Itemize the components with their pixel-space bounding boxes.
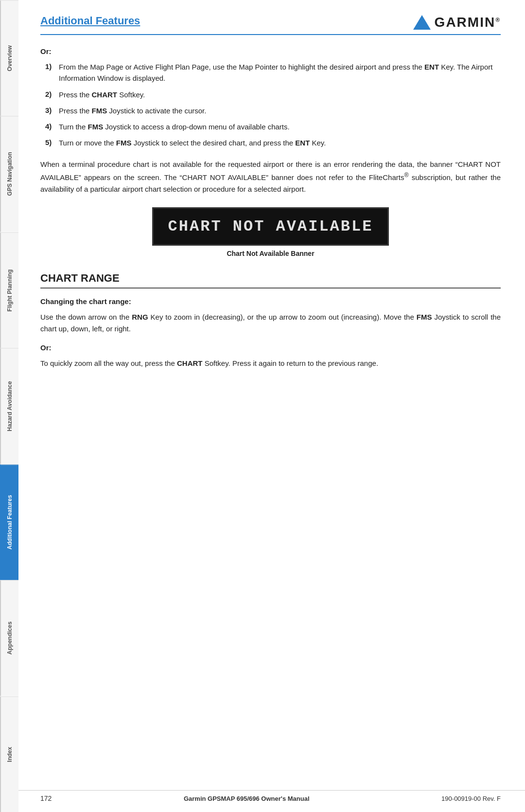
sidebar-item-label: Additional Features (6, 495, 13, 549)
list-text-5: Turn or move the FMS Joystick to select … (59, 137, 501, 148)
list-num-3: 3) (45, 105, 59, 116)
footer-revision: 190-00919-00 Rev. F (441, 795, 501, 802)
list-item: 3) Press the FMS Joystick to activate th… (45, 105, 501, 116)
sidebar-item-additional-features[interactable]: Additional Features (0, 464, 18, 580)
list-item: 2) Press the CHART Softkey. (45, 89, 501, 100)
or-label-2: Or: (40, 343, 501, 352)
zoom-paragraph: To quickly zoom all the way out, press t… (40, 358, 501, 369)
list-num-1: 1) (45, 61, 59, 72)
page-header: Additional Features GARMIN® (40, 15, 501, 35)
sidebar-item-gps-navigation[interactable]: GPS Navigation (0, 116, 18, 232)
list-text-2: Press the CHART Softkey. (59, 89, 501, 100)
garmin-logo-text: GARMIN® (435, 15, 501, 30)
sidebar-item-index[interactable]: Index (0, 696, 18, 812)
page-title: Additional Features (40, 15, 140, 27)
sidebar-item-label: Flight Planning (6, 269, 13, 311)
numbered-list: 1) From the Map Page or Active Flight Pl… (45, 61, 501, 149)
list-item: 4) Turn the FMS Joystick to access a dro… (45, 121, 501, 132)
chart-not-available-banner: CHART NOT AVAILABLE (152, 207, 389, 246)
chart-not-available-paragraph: When a terminal procedure chart is not a… (40, 159, 501, 195)
page-footer: 172 Garmin GPSMAP 695/696 Owner's Manual… (18, 790, 525, 802)
sidebar-item-label: GPS Navigation (6, 152, 13, 196)
page-number: 172 (40, 794, 52, 802)
garmin-triangle-icon (413, 15, 431, 30)
sidebar-item-hazard-avoidance[interactable]: Hazard Avoidance (0, 348, 18, 464)
changing-chart-range-subheading: Changing the chart range: (40, 297, 501, 306)
garmin-logo: GARMIN® (413, 15, 501, 30)
list-text-3: Press the FMS Joystick to activate the c… (59, 105, 501, 116)
list-num-5: 5) (45, 137, 59, 148)
side-tabs: Overview GPS Navigation Flight Planning … (0, 0, 18, 812)
sidebar-item-overview[interactable]: Overview (0, 0, 18, 116)
footer-manual-title: Garmin GPSMAP 695/696 Owner's Manual (184, 795, 310, 802)
main-content: Additional Features GARMIN® Or: 1) From … (18, 0, 525, 778)
list-num-2: 2) (45, 89, 59, 100)
sidebar-item-label: Appendices (6, 622, 13, 655)
list-item: 5) Turn or move the FMS Joystick to sele… (45, 137, 501, 148)
sidebar-item-label: Overview (6, 45, 13, 71)
sidebar-item-label: Index (6, 747, 13, 762)
or-label-1: Or: (40, 47, 501, 55)
chart-range-heading: CHART RANGE (40, 272, 501, 289)
chart-banner-label: Chart Not Available Banner (227, 250, 314, 257)
list-item: 1) From the Map Page or Active Flight Pl… (45, 61, 501, 84)
sidebar-item-appendices[interactable]: Appendices (0, 580, 18, 696)
list-num-4: 4) (45, 121, 59, 132)
sidebar-item-label: Hazard Avoidance (6, 381, 13, 431)
sidebar-item-flight-planning[interactable]: Flight Planning (0, 232, 18, 348)
list-text-1: From the Map Page or Active Flight Plan … (59, 61, 501, 84)
chart-banner-container: CHART NOT AVAILABLE Chart Not Available … (40, 207, 501, 257)
list-text-4: Turn the FMS Joystick to access a drop-d… (59, 121, 501, 132)
chart-range-paragraph: Use the down arrow on the RNG Key to zoo… (40, 311, 501, 335)
